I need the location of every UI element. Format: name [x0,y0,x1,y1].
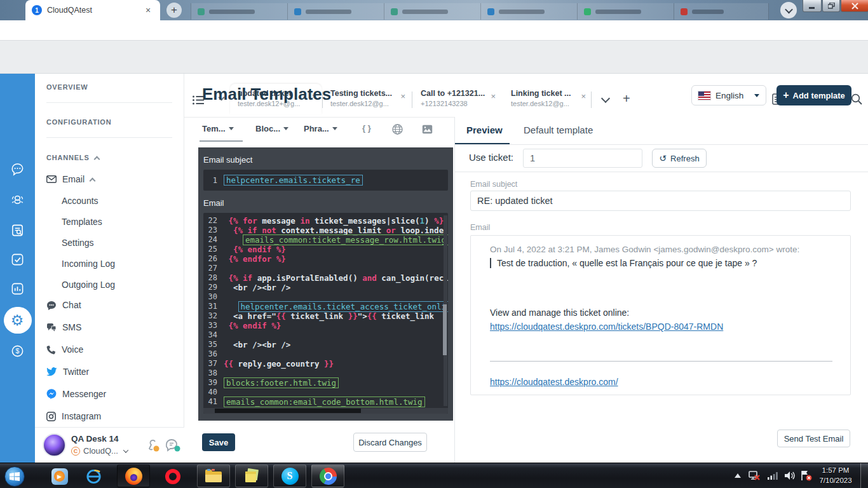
search-icon[interactable] [850,93,863,105]
explorer-taskbar-button[interactable] [197,464,230,487]
code-line[interactable]: 28{% if app.isPortalEnabled() and can_lo… [203,273,448,283]
add-tab-icon[interactable]: + [623,92,630,106]
globe-icon[interactable] [392,124,403,135]
discard-changes-button[interactable]: Discard Changes [353,433,427,452]
sidebar-item-voice[interactable]: Voice [46,344,83,355]
share-status-icon[interactable] [147,439,161,452]
sidebar-item-overview[interactable]: OVERVIEW [46,83,88,91]
signal-bars-icon[interactable] [768,472,778,480]
window-close-button[interactable] [841,0,868,12]
action-center-flag-icon[interactable] [801,470,812,481]
code-line[interactable]: 32<a href="{{ ticket_link }}">{{ ticket_… [203,311,448,321]
save-button[interactable]: Save [202,433,235,451]
code-line[interactable]: 35<br /><br /> [203,340,448,349]
admin-settings-active[interactable]: ⚙ [4,307,31,334]
user-org[interactable]: C CloudQ... [71,446,128,456]
code-line[interactable]: 33{% endif %} [203,321,448,330]
code-line[interactable]: 23{% if not context.message_limit or loo… [203,226,448,235]
sidebar-item-templates[interactable]: Templates [62,217,102,227]
taskbar-clock[interactable]: 1:57 PM 7/10/2023 [813,465,858,485]
code-line[interactable]: 26{% endfor %} [203,254,448,264]
editor-vertical-scrollbar[interactable] [444,215,447,406]
browser-tab[interactable]: 1 CloudQAtest × [25,0,160,20]
editor-horizontal-scrollbar[interactable] [203,408,448,414]
ticket-link[interactable]: https://cloudqatest.deskpro.com/tickets/… [490,322,831,332]
code-line[interactable]: 31helpcenter.emails.ticket_access_ticket… [203,302,448,311]
code-line[interactable]: 41emails_common:email_code_bottom.html.t… [203,397,448,407]
code-line[interactable]: 34 [203,330,448,340]
close-icon[interactable]: × [400,92,405,101]
tab-close-icon[interactable]: × [142,4,154,16]
code-line[interactable]: 30 [203,292,448,302]
ticket-tab-call[interactable]: Call to +121321... +12132143238 × [413,84,501,114]
sidebar-section-channels[interactable]: CHANNELS [46,154,99,161]
refresh-button[interactable]: ↺ Refresh [652,149,707,168]
sidebar-item-configuration[interactable]: CONFIGURATION [46,118,111,126]
skype-taskbar-button[interactable]: S [273,464,306,487]
ticket-tab-linking-ticket[interactable]: Linking ticket ... tester.desk12@g... × [503,84,591,114]
sidebar-item-email[interactable]: Email [46,174,95,184]
sidebar-item-incoming-log[interactable]: Incoming Log [62,259,115,269]
code-line[interactable]: 36 [203,349,448,359]
window-minimize-button[interactable] [803,0,822,12]
tab-templates[interactable]: Tem... [202,124,234,133]
code-braces-icon[interactable]: { } [362,123,371,133]
search-log-icon[interactable] [11,224,24,237]
tab-preview[interactable]: Preview [466,125,503,135]
code-line[interactable]: 37{{ reply.geo_country }} [203,359,448,369]
tasks-icon[interactable] [11,253,24,266]
conversations-icon[interactable] [11,163,24,176]
sidebar-item-accounts[interactable]: Accounts [62,196,98,206]
sidebar-item-outgoing-log[interactable]: Outgoing Log [62,280,115,290]
code-line[interactable]: 25{% endif %} [203,245,448,254]
firefox-taskbar-button[interactable] [117,464,150,487]
billing-icon[interactable]: $ [11,344,24,358]
sidebar-item-sms[interactable]: SMS [46,322,81,332]
code-line[interactable]: 40 [203,388,448,397]
agents-icon[interactable] [11,193,24,207]
code-line[interactable]: 27 [203,264,448,273]
use-ticket-input[interactable]: 1 [523,149,642,168]
start-button[interactable] [4,466,25,487]
volume-icon[interactable] [785,471,796,480]
subject-code-editor[interactable]: 1 helpcenter.emails.tickets_re [203,170,448,191]
sidebar-item-instagram[interactable]: Instagram [46,411,101,421]
body-code-editor[interactable]: 22{% for message in ticket_messages|slic… [203,213,448,414]
close-icon[interactable]: × [491,92,496,101]
reports-icon[interactable] [11,282,24,295]
tab-blocks[interactable]: Bloc... [255,124,288,133]
sidebar-item-twitter[interactable]: Twitter [46,367,89,377]
tab-phrases[interactable]: Phra... [304,124,337,133]
sticky-notes-taskbar-button[interactable] [235,464,268,487]
code-line[interactable]: 39blocks:footer.html.twig [203,378,448,388]
code-line[interactable]: 29<br /><br /> [203,283,448,292]
code-line[interactable]: 24emails_common:ticket_message_row.html.… [203,235,448,245]
new-tab-button[interactable]: + [166,3,182,18]
sidebar-item-settings[interactable]: Settings [62,238,94,248]
tab-search-button[interactable] [780,2,797,18]
image-icon[interactable] [422,125,433,134]
opera-icon[interactable] [164,468,181,485]
tray-expand-icon[interactable] [735,473,741,478]
media-player-icon[interactable]: ▶ [51,468,68,485]
window-restore-button[interactable] [822,0,840,12]
send-test-email-button[interactable]: Send Test Email [777,430,850,447]
sidebar-item-chat[interactable]: Chat [46,300,81,310]
internet-explorer-icon[interactable] [85,468,102,485]
site-link[interactable]: https://cloudqatest.deskpro.com/ [490,377,831,387]
chrome-taskbar-button[interactable] [311,464,344,487]
preview-subject-input[interactable]: RE: updated ticket [470,191,851,211]
language-select[interactable]: English [691,85,766,105]
code-line[interactable]: 22{% for message in ticket_messages|slic… [203,216,448,226]
show-desktop-button[interactable] [860,463,868,488]
tab-default-template[interactable]: Default template [524,125,593,135]
ticket-tab-testing-tickets[interactable]: Testing tickets... tester.desk12@g... × [323,84,410,114]
more-tabs-chevron-icon[interactable] [601,94,610,103]
code-line[interactable]: 38 [203,369,448,378]
close-icon[interactable]: × [581,92,586,101]
user-card[interactable]: QA Desk 14 C CloudQ... [35,427,184,463]
add-template-button[interactable]: + Add template [776,85,851,105]
phrase-token[interactable]: helpcenter.emails.tickets_re [224,175,363,186]
network-disconnected-icon[interactable] [748,470,760,481]
chat-status-icon[interactable] [166,439,181,452]
